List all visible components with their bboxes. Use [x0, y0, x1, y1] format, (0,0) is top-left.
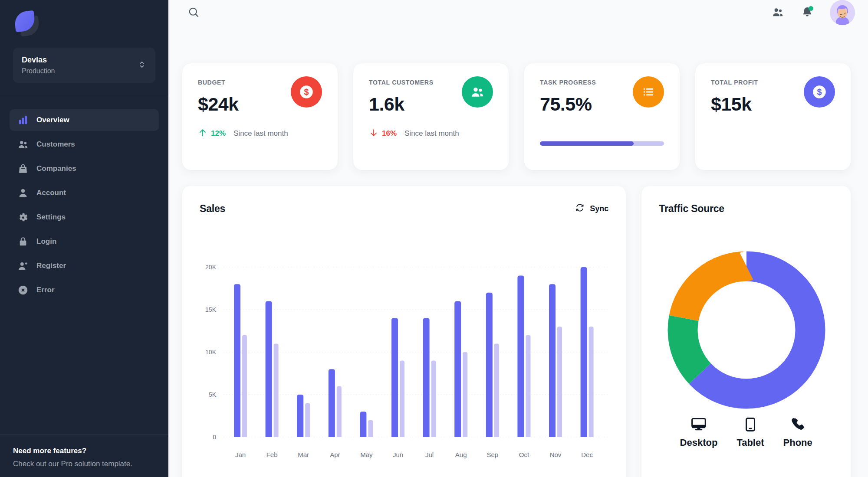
- stat-value: 75.5%: [540, 94, 596, 115]
- stat-label: TOTAL PROFIT: [711, 79, 758, 86]
- dashboard-app: Devias Production Overview Custome: [0, 0, 868, 477]
- avatar[interactable]: [830, 0, 855, 25]
- task-progress-bar: [540, 141, 664, 146]
- svg-text:Jan: Jan: [235, 451, 246, 458]
- notification-dot: [809, 6, 813, 11]
- arrow-down-icon: [369, 128, 378, 139]
- svg-text:$: $: [304, 87, 309, 97]
- device-label: Phone: [783, 437, 812, 448]
- total-profit-card: TOTAL PROFIT $15k $: [695, 63, 851, 170]
- svg-text:Sep: Sep: [487, 451, 498, 458]
- device-tablet: Tablet: [736, 414, 764, 448]
- sales-bar-chart: 05K10K15K20KJanFebMarAprMayJunJulAugSepO…: [182, 186, 625, 477]
- svg-text:Dec: Dec: [581, 451, 593, 458]
- budget-card: BUDGET $24k $ 12% Since last month: [182, 63, 338, 170]
- device-label: Desktop: [680, 437, 718, 448]
- notifications-button[interactable]: [800, 6, 814, 20]
- unfold-chevron-icon: [137, 60, 147, 71]
- workspace-environment: Production: [22, 67, 137, 75]
- trend-caption: Since last month: [404, 129, 459, 138]
- phone-icon: [789, 414, 806, 433]
- sidebar-item-label: Customers: [36, 140, 75, 149]
- footer-subtitle: Check out our Pro solution template.: [13, 460, 155, 468]
- footer-title: Need more features?: [13, 447, 155, 455]
- svg-text:May: May: [360, 451, 373, 458]
- svg-text:Jul: Jul: [425, 451, 434, 458]
- svg-text:Nov: Nov: [550, 451, 562, 458]
- workspace-selector[interactable]: Devias Production: [13, 48, 155, 83]
- stat-label: TOTAL CUSTOMERS: [369, 79, 434, 86]
- device-label: Tablet: [736, 437, 764, 448]
- sidebar-item-login[interactable]: Login: [10, 231, 159, 252]
- sidebar-item-label: Register: [36, 261, 66, 270]
- topbar: [168, 0, 868, 25]
- sidebar-item-overview[interactable]: Overview: [10, 109, 159, 131]
- x-circle-icon: [17, 284, 29, 296]
- svg-text:Feb: Feb: [266, 451, 278, 458]
- contacts-icon: [771, 6, 784, 20]
- svg-text:5K: 5K: [209, 391, 217, 398]
- stat-value: 1.6k: [369, 94, 434, 115]
- chart-bar-icon: [17, 114, 29, 126]
- sidebar-item-companies[interactable]: Companies: [10, 158, 159, 180]
- sidebar: Devias Production Overview Custome: [0, 0, 168, 477]
- user-plus-icon: [17, 260, 29, 271]
- svg-text:Mar: Mar: [298, 451, 309, 458]
- sidebar-item-account[interactable]: Account: [10, 182, 159, 204]
- sidebar-item-register[interactable]: Register: [10, 255, 159, 277]
- lock-icon: [17, 236, 29, 247]
- sidebar-item-label: Account: [36, 189, 66, 197]
- desktop-icon: [690, 414, 707, 433]
- sidebar-item-settings[interactable]: Settings: [10, 206, 159, 228]
- charts-row: Sales Sync 05K10K15K20KJanFebMarAprMayJu…: [182, 186, 851, 477]
- svg-text:$: $: [817, 87, 822, 97]
- sidebar-item-label: Settings: [36, 213, 66, 222]
- list-bullet-icon: [633, 76, 664, 108]
- stat-value: $15k: [711, 94, 758, 115]
- users-icon: [462, 76, 493, 108]
- stat-label: TASK PROGRESS: [540, 79, 596, 86]
- svg-text:10K: 10K: [205, 349, 217, 356]
- gear-icon: [17, 212, 29, 223]
- devias-logo-icon[interactable]: [15, 11, 39, 36]
- search-button[interactable]: [187, 6, 201, 20]
- sidebar-item-label: Companies: [36, 164, 76, 173]
- currency-dollar-icon: $: [291, 76, 322, 108]
- content: BUDGET $24k $ 12% Since last month: [168, 25, 868, 477]
- currency-dollar-icon: $: [804, 76, 835, 108]
- svg-text:15K: 15K: [205, 306, 217, 313]
- main-area: BUDGET $24k $ 12% Since last month: [168, 0, 868, 477]
- stat-value: $24k: [198, 94, 239, 115]
- svg-text:0: 0: [213, 434, 216, 441]
- sidebar-item-label: Login: [36, 237, 56, 246]
- trend-value: 12%: [211, 129, 226, 138]
- sidebar-item-label: Error: [36, 286, 55, 294]
- users-icon: [17, 139, 29, 150]
- sidebar-nav: Overview Customers Companies Account: [0, 96, 168, 301]
- contacts-button[interactable]: [771, 6, 785, 20]
- sidebar-footer: Need more features? Check out our Pro so…: [0, 434, 168, 477]
- svg-text:Oct: Oct: [519, 451, 529, 458]
- stats-row: BUDGET $24k $ 12% Since last month: [182, 63, 851, 170]
- arrow-up-icon: [198, 128, 207, 139]
- search-icon: [187, 6, 200, 20]
- tablet-icon: [742, 414, 759, 433]
- shopping-bag-icon: [17, 163, 29, 174]
- device-legend: Desktop Tablet Phone: [641, 414, 851, 448]
- svg-text:Apr: Apr: [330, 451, 340, 458]
- user-icon: [17, 187, 29, 199]
- sidebar-item-customers[interactable]: Customers: [10, 134, 159, 155]
- total-customers-card: TOTAL CUSTOMERS 1.6k 16% Since last mont…: [353, 63, 509, 170]
- trend-caption: Since last month: [233, 129, 288, 138]
- sidebar-item-label: Overview: [36, 116, 69, 124]
- task-progress-fill: [540, 141, 634, 146]
- device-desktop: Desktop: [680, 414, 718, 448]
- stat-label: BUDGET: [198, 79, 239, 86]
- sidebar-item-error[interactable]: Error: [10, 279, 159, 301]
- task-progress-card: TASK PROGRESS 75.5%: [524, 63, 680, 170]
- svg-text:Aug: Aug: [455, 451, 467, 458]
- device-phone: Phone: [783, 414, 812, 448]
- trend-value: 16%: [382, 129, 397, 138]
- traffic-source-card: Traffic Source Desktop: [641, 186, 851, 477]
- svg-text:Jun: Jun: [393, 451, 403, 458]
